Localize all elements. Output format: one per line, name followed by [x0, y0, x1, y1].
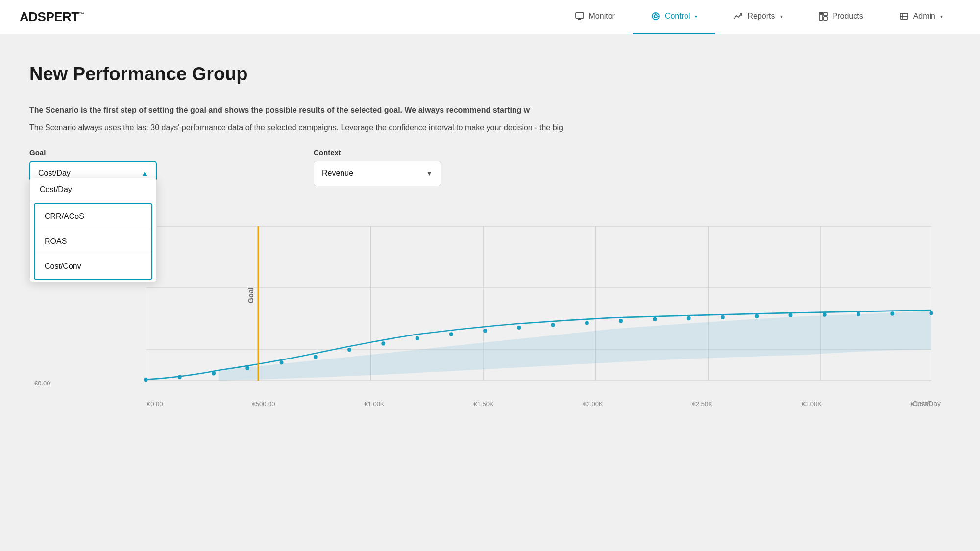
svg-point-34 [619, 319, 623, 323]
x-label-1k: €1.00K [364, 400, 384, 407]
svg-rect-4 [824, 12, 827, 16]
nav-item-admin[interactable]: Admin ▾ [881, 0, 960, 34]
svg-rect-3 [819, 15, 823, 20]
svg-text:Goal: Goal [247, 287, 255, 304]
nav-item-control[interactable]: Control ▾ [633, 0, 715, 34]
main-nav: Monitor Control ▾ Reports ▾ [557, 0, 960, 34]
admin-chevron-icon: ▾ [940, 14, 943, 19]
goal-label: Goal [29, 148, 157, 157]
nav-item-products[interactable]: Products [800, 0, 881, 34]
svg-point-37 [721, 315, 725, 319]
chart-svg: Goal [29, 206, 951, 411]
goal-option-cost-conv[interactable]: Cost/Conv [35, 254, 151, 279]
x-axis-title: Cost/Day [912, 400, 941, 407]
main-content: New Performance Group The Scenario is th… [0, 34, 980, 431]
svg-point-1 [652, 13, 659, 20]
goal-form-group: Goal Cost/Day ▲ Cost/Day CRR/ACoS ROAS [29, 148, 157, 186]
goal-option-cost-day[interactable]: Cost/Day [30, 178, 156, 201]
chevron-down-icon: ▼ [426, 169, 433, 177]
svg-point-27 [381, 341, 385, 345]
brand-logo: ADSPERT™ [20, 9, 84, 24]
svg-point-36 [687, 316, 691, 320]
reports-icon [733, 11, 743, 22]
goal-selected-group: CRR/ACoS ROAS Cost/Conv [34, 203, 152, 280]
header: ADSPERT™ Monitor Control ▾ [0, 0, 980, 34]
context-selected-value: Revenue [322, 169, 353, 178]
description-2: The Scenario always uses the last 30 day… [29, 122, 862, 134]
nav-item-reports[interactable]: Reports ▾ [715, 0, 800, 34]
svg-point-39 [789, 313, 793, 317]
description-1: The Scenario is the first step of settin… [29, 104, 862, 116]
svg-point-42 [890, 311, 894, 315]
context-form-group: Context Revenue ▼ [314, 148, 441, 186]
monitor-icon [574, 11, 585, 22]
svg-point-38 [755, 314, 759, 318]
x-label-0: €0.00 [147, 400, 163, 407]
svg-point-32 [551, 323, 555, 327]
admin-icon [899, 11, 909, 22]
svg-point-29 [449, 332, 453, 336]
context-label: Context [314, 148, 441, 157]
svg-rect-0 [576, 13, 584, 18]
svg-rect-5 [824, 17, 827, 20]
svg-point-28 [416, 336, 419, 340]
control-icon [650, 11, 661, 22]
svg-point-43 [929, 311, 933, 315]
svg-point-35 [653, 317, 657, 321]
svg-point-40 [823, 312, 827, 316]
x-label-2k: €2.00K [583, 400, 603, 407]
x-axis-labels: €0.00 €500.00 €1.00K €1.50K €2.00K €2.50… [147, 400, 931, 407]
goal-dropdown-menu: Cost/Day CRR/ACoS ROAS Cost/Conv [29, 178, 157, 282]
nav-item-monitor[interactable]: Monitor [557, 0, 633, 34]
svg-point-26 [347, 348, 351, 352]
svg-point-2 [654, 15, 657, 18]
goal-option-crr-acos[interactable]: CRR/ACoS [35, 204, 151, 229]
chevron-up-icon: ▲ [141, 169, 148, 177]
context-dropdown-trigger[interactable]: Revenue ▼ [314, 161, 441, 186]
svg-point-41 [857, 312, 860, 316]
chart-area: €1.00K €0.00 [29, 206, 951, 411]
svg-point-31 [517, 326, 521, 330]
svg-point-22 [212, 371, 216, 375]
svg-point-21 [178, 375, 182, 379]
x-label-500: €500.00 [252, 400, 275, 407]
form-row: Goal Cost/Day ▲ Cost/Day CRR/ACoS ROAS [29, 148, 951, 186]
reports-chevron-icon: ▾ [780, 14, 783, 19]
svg-point-20 [144, 378, 148, 382]
products-icon [818, 11, 829, 22]
svg-point-25 [314, 355, 318, 359]
control-chevron-icon: ▾ [695, 14, 697, 19]
svg-point-24 [280, 360, 284, 364]
svg-point-23 [245, 366, 249, 370]
x-label-2-5k: €2.50K [692, 400, 712, 407]
x-label-1-5k: €1.50K [473, 400, 493, 407]
goal-selected-value: Cost/Day [38, 169, 71, 178]
svg-point-30 [483, 329, 487, 333]
svg-rect-6 [819, 12, 823, 14]
svg-point-33 [585, 321, 589, 325]
goal-option-roas[interactable]: ROAS [35, 229, 151, 254]
x-label-3k: €3.00K [802, 400, 822, 407]
page-title: New Performance Group [29, 64, 951, 85]
